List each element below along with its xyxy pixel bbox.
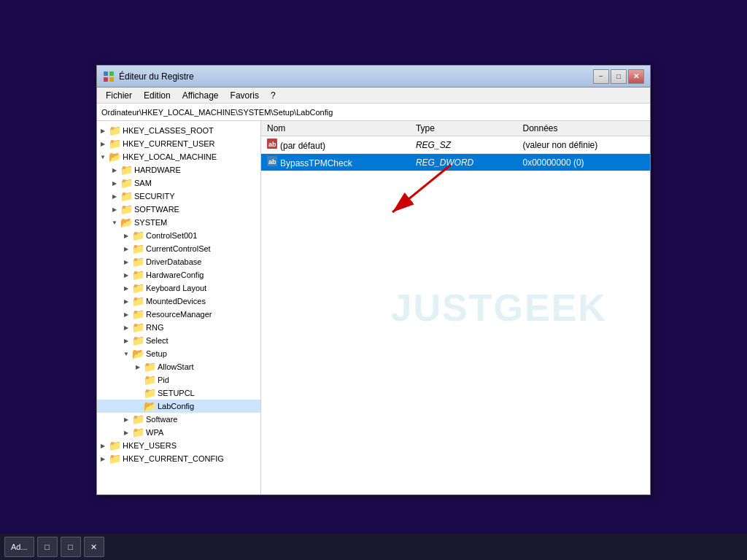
expand-driverdatabase: ▶ <box>120 259 132 265</box>
menu-help[interactable]: ? <box>265 89 282 102</box>
tree-item-keyboardlayout[interactable]: ▶ 📁 Keyboard Layout <box>97 281 260 295</box>
folder-select: 📁 <box>132 335 144 346</box>
col-type: Type <box>410 121 517 136</box>
cell-data: 0x00000000 (0) <box>516 154 650 171</box>
col-donnees: Données <box>516 121 650 136</box>
table-row[interactable]: ab(par défaut)REG_SZ(valeur non définie) <box>261 136 650 154</box>
watermark: JUSTGEEK <box>391 286 607 330</box>
label-hardwareconfig: HardwareConfig <box>146 271 204 279</box>
tree-item-sam[interactable]: ▶ 📁 SAM <box>97 176 260 190</box>
label-software: SOFTWARE <box>134 205 179 214</box>
tree-item-currentcontrolset[interactable]: ▶ 📁 CurrentControlSet <box>97 242 260 255</box>
folder-controlset001: 📁 <box>132 230 144 241</box>
expand-hkcc: ▶ <box>97 456 109 462</box>
tree-item-wpa[interactable]: ▶ 📁 WPA <box>97 426 260 439</box>
label-select: Select <box>146 336 169 345</box>
label-driverdatabase: DriverDatabase <box>146 257 201 266</box>
tree-item-software[interactable]: ▶ 📁 SOFTWARE <box>97 203 260 216</box>
cell-type: REG_SZ <box>410 136 517 154</box>
label-security: SECURITY <box>134 192 175 201</box>
folder-setup: 📂 <box>132 348 144 359</box>
expand-security: ▶ <box>109 193 120 200</box>
tree-item-hku[interactable]: ▶ 📁 HKEY_USERS <box>97 439 260 452</box>
label-hkcr: HKEY_CLASSES_ROOT <box>123 126 214 135</box>
title-bar: Éditeur du Registre − □ ✕ <box>97 66 650 88</box>
taskbar-btn-4[interactable]: ✕ <box>84 537 104 557</box>
expand-hkcr: ▶ <box>97 128 109 134</box>
label-setupcl: SETUPCL <box>158 389 195 397</box>
label-software2: Software <box>146 415 177 424</box>
tree-item-setupcl[interactable]: ▶ 📁 SETUPCL <box>97 386 260 400</box>
tree-item-rng[interactable]: ▶ 📁 RNG <box>97 321 260 334</box>
folder-hklm: 📂 <box>109 151 120 163</box>
address-text: Ordinateur\HKEY_LOCAL_MACHINE\SYSTEM\Set… <box>101 108 333 117</box>
expand-hardware: ▶ <box>109 167 120 174</box>
expand-wpa: ▶ <box>120 429 132 436</box>
tree-item-allowstart[interactable]: ▶ 📁 AllowStart <box>97 360 260 373</box>
tree-item-labconfig[interactable]: ▶ 📂 LabConfig <box>97 400 260 413</box>
right-panel: JUSTGEEK Nom Type Données <box>261 121 650 494</box>
tree-item-security[interactable]: ▶ 📁 SECURITY <box>97 190 260 203</box>
close-button[interactable]: ✕ <box>628 69 644 84</box>
expand-allowstart: ▶ <box>132 364 144 370</box>
tree-item-software2[interactable]: ▶ 📁 Software <box>97 413 260 426</box>
table-row[interactable]: abBypassTPMCheckREG_DWORD0x00000000 (0) <box>261 154 650 171</box>
menu-favoris[interactable]: Favoris <box>225 89 265 102</box>
minimize-button[interactable]: − <box>593 69 609 84</box>
tree-item-hklm[interactable]: ▼ 📂 HKEY_LOCAL_MACHINE <box>97 150 260 163</box>
tree-item-pid[interactable]: ▶ 📁 Pid <box>97 373 260 386</box>
taskbar-btn-ad[interactable]: Ad... <box>4 537 34 557</box>
tree-item-resourcemanager[interactable]: ▶ 📁 ResourceManager <box>97 308 260 321</box>
tree-item-hkcu[interactable]: ▶ 📁 HKEY_CURRENT_USER <box>97 137 260 150</box>
folder-pid: 📁 <box>144 374 155 386</box>
tree-item-hkcr[interactable]: ▶ 📁 HKEY_CLASSES_ROOT <box>97 124 260 137</box>
label-setup: Setup <box>146 349 167 358</box>
folder-system: 📂 <box>120 217 132 228</box>
registry-table: Nom Type Données ab(par défaut)REG_SZ(va… <box>261 121 650 171</box>
expand-software2: ▶ <box>120 416 132 423</box>
menu-affichage[interactable]: Affichage <box>177 89 225 102</box>
svg-rect-2 <box>104 77 108 82</box>
folder-mounteddevices: 📁 <box>132 295 144 307</box>
tree-item-mounteddevices[interactable]: ▶ 📁 MountedDevices <box>97 295 260 308</box>
expand-rng: ▶ <box>120 324 132 331</box>
taskbar: Ad... □ □ ✕ <box>0 534 747 560</box>
folder-hardwareconfig: 📁 <box>132 269 144 281</box>
tree-item-hardware[interactable]: ▶ 📁 HARDWARE <box>97 163 260 176</box>
folder-resourcemanager: 📁 <box>132 308 144 320</box>
expand-setup: ▼ <box>120 351 132 357</box>
folder-rng: 📁 <box>132 322 144 333</box>
folder-software2: 📁 <box>132 413 144 425</box>
cell-data: (valeur non définie) <box>516 136 650 154</box>
menu-fichier[interactable]: Fichier <box>100 89 138 102</box>
menu-edition[interactable]: Edition <box>138 89 177 102</box>
tree-item-system[interactable]: ▼ 📂 SYSTEM <box>97 216 260 229</box>
folder-hardware: 📁 <box>120 164 132 176</box>
taskbar-btn-3[interactable]: □ <box>61 537 81 557</box>
taskbar-btn-2[interactable]: □ <box>37 537 58 557</box>
folder-hku: 📁 <box>109 440 120 451</box>
tree-panel[interactable]: ▶ 📁 HKEY_CLASSES_ROOT ▶ 📁 HKEY_CURRENT_U… <box>97 121 261 494</box>
cell-type: REG_DWORD <box>410 154 517 171</box>
label-wpa: WPA <box>146 428 163 437</box>
label-hardware: HARDWARE <box>134 166 181 174</box>
expand-controlset001: ▶ <box>120 233 132 239</box>
title-bar-text: Éditeur du Registre <box>119 71 593 82</box>
tree-item-setup[interactable]: ▼ 📂 Setup <box>97 347 260 360</box>
folder-hkcu: 📁 <box>109 138 120 149</box>
tree-item-driverdatabase[interactable]: ▶ 📁 DriverDatabase <box>97 255 260 268</box>
tree-item-hkcc[interactable]: ▶ 📁 HKEY_CURRENT_CONFIG <box>97 452 260 465</box>
tree-item-controlset001[interactable]: ▶ 📁 ControlSet001 <box>97 229 260 242</box>
address-bar: Ordinateur\HKEY_LOCAL_MACHINE\SYSTEM\Set… <box>97 104 650 121</box>
expand-select: ▶ <box>120 338 132 344</box>
cell-name: ab(par défaut) <box>261 136 410 154</box>
maximize-button[interactable]: □ <box>611 69 627 84</box>
label-hklm: HKEY_LOCAL_MACHINE <box>123 152 217 161</box>
label-rng: RNG <box>146 323 163 332</box>
main-content: ▶ 📁 HKEY_CLASSES_ROOT ▶ 📁 HKEY_CURRENT_U… <box>97 121 650 494</box>
folder-currentcontrolset: 📁 <box>132 243 144 254</box>
tree-item-hardwareconfig[interactable]: ▶ 📁 HardwareConfig <box>97 268 260 281</box>
tree-item-select[interactable]: ▶ 📁 Select <box>97 334 260 347</box>
expand-mounteddevices: ▶ <box>120 298 132 305</box>
folder-allowstart: 📁 <box>144 361 155 373</box>
